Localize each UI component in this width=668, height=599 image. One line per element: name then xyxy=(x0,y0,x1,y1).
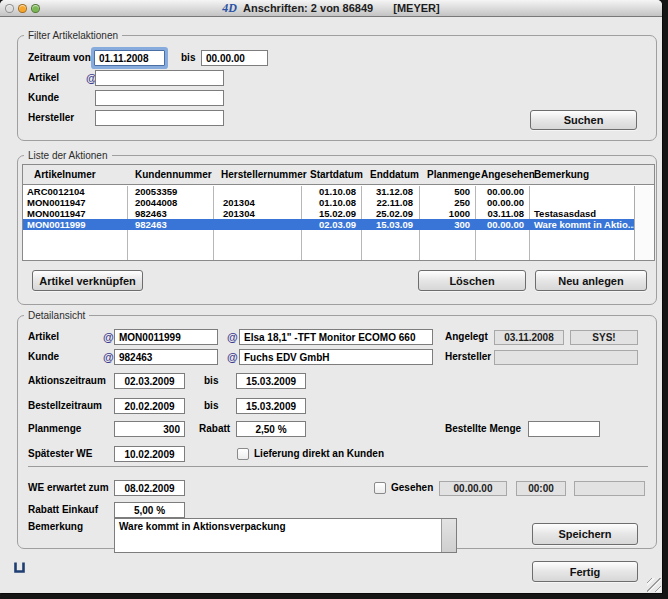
rabatt-einkauf-input[interactable] xyxy=(114,502,185,518)
zeitraum-von-input[interactable] xyxy=(94,50,165,66)
table-row[interactable]: MON0011947 982463 201304 15.02.09 25.02.… xyxy=(23,208,634,219)
cell-artikelnumer: MON0011947 xyxy=(23,197,127,208)
navigation-anchor-icon[interactable] xyxy=(12,560,27,575)
filter-artikel-label: Artikel xyxy=(28,70,59,86)
planmenge-label: Planmenge xyxy=(28,421,81,437)
we-erwartet-input[interactable] xyxy=(114,480,185,496)
lieferung-direkt-label: Lieferung direkt an Kunden xyxy=(254,446,384,462)
filter-kunde-label: Kunde xyxy=(28,90,59,106)
filter-section-label: Filter Artikelaktionen xyxy=(24,30,122,41)
aktionszeitraum-bis-input[interactable] xyxy=(236,373,306,389)
4d-logo-icon: 4D xyxy=(222,1,237,16)
detail-artikel-name-input[interactable] xyxy=(239,329,433,345)
detail-kunde-nr-input[interactable] xyxy=(114,349,218,365)
gesehen-checkbox[interactable] xyxy=(374,482,386,494)
cell-herstellernummer xyxy=(213,219,301,230)
column-header[interactable]: Bemerkung xyxy=(534,165,589,185)
filter-hersteller-input[interactable] xyxy=(95,110,224,126)
column-header[interactable]: Startdatum xyxy=(310,165,363,185)
bestellzeitraum-label: Bestellzeitraum xyxy=(28,398,102,414)
aktionen-table: Artikelnumer Kundennummer Herstellernumm… xyxy=(22,164,655,261)
neu-anlegen-button[interactable]: Neu anlegen xyxy=(535,270,647,291)
bemerkung-scrollbar[interactable] xyxy=(441,519,456,552)
column-header[interactable]: Planmenge xyxy=(427,165,480,185)
bemerkung-textarea[interactable]: Ware kommt in Aktionsverpackung xyxy=(114,518,457,553)
rabatt-einkauf-label: Rabatt Einkauf xyxy=(28,502,98,518)
cell-kundennummer: 982463 xyxy=(127,219,213,230)
cell-enddatum: 25.02.09 xyxy=(361,208,419,219)
title-bar: 4D Anschriften: 2 von 86849 [MEYER] xyxy=(0,0,662,17)
fertig-button[interactable]: Fertig xyxy=(532,561,638,582)
cell-startdatum: 01.10.08 xyxy=(301,197,361,208)
detail-kunde-name-input[interactable] xyxy=(239,349,433,365)
cell-herstellernummer xyxy=(213,186,301,197)
table-row[interactable]: ARC0012104 20053359 01.10.08 31.12.08 50… xyxy=(23,186,634,197)
column-header[interactable]: Artikelnumer xyxy=(34,165,96,185)
zeitraum-bis-input[interactable] xyxy=(201,50,268,66)
angelegt-label: Angelegt xyxy=(445,329,488,345)
cell-startdatum: 02.03.09 xyxy=(301,219,361,230)
table-row[interactable]: MON0011947 20044008 201304 01.10.08 22.1… xyxy=(23,197,634,208)
at-symbol: @ xyxy=(227,349,238,365)
suchen-button[interactable]: Suchen xyxy=(530,110,637,130)
bestellzeitraum-von-input[interactable] xyxy=(114,398,185,414)
bestellte-menge-input[interactable] xyxy=(528,421,600,437)
cell-bemerkung xyxy=(529,197,634,208)
artikel-verknuepfen-button[interactable]: Artikel verknüpfen xyxy=(32,270,143,291)
cell-angesehen: 00.00.00 xyxy=(475,197,529,208)
filter-artikel-input[interactable] xyxy=(95,70,224,86)
filter-hersteller-label: Hersteller xyxy=(28,110,74,126)
app-window: 4D Anschriften: 2 von 86849 [MEYER] Filt… xyxy=(0,0,662,593)
table-vertical-scrollbar[interactable] xyxy=(634,186,654,260)
cell-enddatum: 22.11.08 xyxy=(361,197,419,208)
list-section-label: Liste der Aktionen xyxy=(24,150,112,161)
bestellte-menge-label: Bestellte Menge xyxy=(445,421,521,437)
cell-angesehen: 00.00.00 xyxy=(475,219,529,230)
column-header[interactable]: Kundennummer xyxy=(135,165,212,185)
cell-planmenge: 1000 xyxy=(419,208,475,219)
cell-startdatum: 15.02.09 xyxy=(301,208,361,219)
detail-artikel-nr-input[interactable] xyxy=(114,329,218,345)
detail-hersteller-label: Hersteller xyxy=(445,349,491,365)
column-header[interactable]: Enddatum xyxy=(370,165,419,185)
column-header[interactable]: Angesehen xyxy=(481,165,535,185)
at-symbol: @ xyxy=(103,329,114,345)
detail-kunde-label: Kunde xyxy=(28,349,59,365)
rabatt-input[interactable] xyxy=(236,421,306,437)
zeitraum-von-label: Zeitraum von xyxy=(28,50,91,66)
hersteller-field xyxy=(494,350,638,365)
lieferung-direkt-checkbox[interactable] xyxy=(237,448,249,460)
cell-artikelnumer: MON0011947 xyxy=(23,208,127,219)
bestellzeitraum-bis-input[interactable] xyxy=(236,398,306,414)
cell-artikelnumer: MON0011999 xyxy=(23,219,127,230)
filter-kunde-input[interactable] xyxy=(95,90,224,106)
cell-kundennummer: 20053359 xyxy=(127,186,213,197)
bis-label: bis xyxy=(204,373,218,389)
table-header: Artikelnumer Kundennummer Herstellernumm… xyxy=(23,165,654,185)
we-erwartet-label: WE erwartet zum xyxy=(28,480,109,496)
cell-angesehen: 03.11.08 xyxy=(475,208,529,219)
planmenge-input[interactable] xyxy=(114,421,185,437)
gesehen-zeit-field: 00:00 xyxy=(516,481,566,496)
cell-planmenge: 250 xyxy=(419,197,475,208)
window-title-text: Anschriften: 2 von 86849 xyxy=(243,2,373,14)
spaetester-we-label: Spätester WE xyxy=(28,446,92,462)
gesehen-datum-field: 00.00.00 xyxy=(439,481,507,496)
window-resize-grip[interactable] xyxy=(647,578,661,592)
cell-enddatum: 15.03.09 xyxy=(361,219,419,230)
detail-divider xyxy=(28,466,648,467)
bis-label: bis xyxy=(204,398,218,414)
cell-planmenge: 500 xyxy=(419,186,475,197)
cell-bemerkung: Testasasdasd xyxy=(529,208,634,219)
detail-artikel-label: Artikel xyxy=(28,329,59,345)
aktionszeitraum-von-input[interactable] xyxy=(114,373,185,389)
column-header[interactable]: Herstellernummer xyxy=(221,165,307,185)
spaetester-we-input[interactable] xyxy=(114,446,185,462)
cell-bemerkung xyxy=(529,186,634,197)
speichern-button[interactable]: Speichern xyxy=(532,523,638,545)
at-symbol: @ xyxy=(227,329,238,345)
loeschen-button[interactable]: Löschen xyxy=(418,270,526,291)
table-row-selected[interactable]: MON0011999 982463 02.03.09 15.03.09 300 … xyxy=(23,219,634,230)
angelegt-date-field: 03.11.2008 xyxy=(494,330,564,345)
cell-kundennummer: 982463 xyxy=(127,208,213,219)
